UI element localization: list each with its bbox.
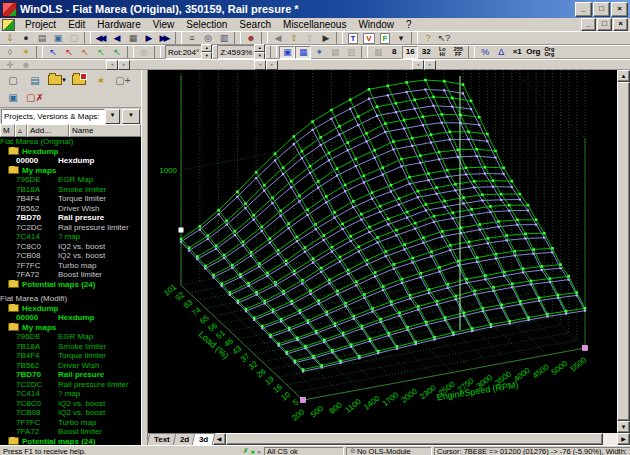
bomb-icon[interactable]: ● bbox=[18, 32, 34, 45]
rotation-spinner-up-icon[interactable]: ▲ bbox=[201, 44, 212, 52]
menu-miscellaneous[interactable]: Miscellaneous bbox=[277, 18, 352, 31]
value-view-icon[interactable]: V bbox=[361, 32, 377, 45]
map-row-7B4F4[interactable]: 7B4F4Torque limiter bbox=[0, 351, 141, 361]
folder-row-hexdump[interactable]: Hexdump bbox=[0, 147, 141, 157]
pencil-icon[interactable]: ✶ bbox=[18, 46, 34, 59]
magnifier-icon[interactable]: ◎ bbox=[136, 46, 152, 59]
folder-row-potential-maps--24-[interactable]: Potential maps (24) bbox=[0, 280, 141, 290]
3d-map-view[interactable]: 1019283746556514643373226191610520050080… bbox=[148, 70, 617, 433]
menu-help[interactable]: ? bbox=[400, 18, 418, 31]
horizontal-scrollbar-thumb[interactable] bbox=[226, 433, 603, 445]
restore-button[interactable]: □ bbox=[593, 2, 610, 17]
map-row-7F7FC[interactable]: 7F7FCTurbo map bbox=[0, 418, 141, 428]
import-project-icon[interactable] bbox=[68, 72, 90, 89]
rotation-spinner[interactable]: Rot:204°▲▼ bbox=[165, 45, 213, 59]
text-view-icon[interactable]: T bbox=[345, 32, 361, 45]
map-row-7F7FC[interactable]: 7F7FCTurbo map bbox=[0, 261, 141, 271]
map-row-796DE[interactable]: 796DEEGR Map bbox=[0, 332, 141, 342]
map-row-7B18A[interactable]: 7B18ASmoke limiter bbox=[0, 185, 141, 195]
scroll-up-icon[interactable]: ▲ bbox=[617, 70, 630, 82]
close-map-icon[interactable]: ⇧ bbox=[302, 32, 318, 45]
map-wand-icon[interactable]: ✶ bbox=[90, 72, 112, 89]
preview-icon[interactable]: ◎ bbox=[200, 32, 216, 45]
mdi-minimize-button[interactable]: _ bbox=[581, 18, 596, 31]
close-button[interactable]: × bbox=[611, 2, 628, 17]
title-bar[interactable]: WinOLS - Fiat Marea (Original), 350159, … bbox=[0, 0, 630, 18]
cursor-equal-icon[interactable]: ↖ bbox=[45, 46, 61, 59]
cursor-accept-icon[interactable]: ↖ bbox=[93, 46, 109, 59]
project-row[interactable]: Fiat Marea (Modifi) bbox=[0, 294, 141, 304]
tree-view-icon[interactable]: ≡ bbox=[184, 32, 200, 45]
zoom-spinner[interactable]: Z:4593%▲▼ bbox=[217, 45, 266, 59]
table-sum-icon[interactable]: ▥ bbox=[343, 46, 359, 59]
scroll-down-icon[interactable]: ▼ bbox=[617, 421, 630, 433]
cursor-compare-icon[interactable]: ↖ bbox=[77, 46, 93, 59]
last-version-icon[interactable]: ▶▶ bbox=[157, 32, 173, 45]
open-map-icon[interactable]: ⇧ bbox=[286, 32, 302, 45]
print-icon[interactable]: ▤ bbox=[34, 32, 50, 45]
delta-icon[interactable]: Δ bbox=[493, 46, 509, 59]
axis-spinner-1[interactable]: ◂▸ bbox=[106, 60, 130, 70]
column-header-name[interactable]: Name bbox=[69, 124, 141, 137]
column-header-m[interactable]: M bbox=[0, 124, 15, 137]
table-edit-icon[interactable]: ▦ bbox=[327, 46, 343, 59]
import-icon[interactable]: ⇩ bbox=[2, 32, 18, 45]
percent-icon[interactable]: % bbox=[477, 46, 493, 59]
version-grid-icon[interactable]: ▦ bbox=[125, 32, 141, 45]
help-icon[interactable]: ? bbox=[420, 32, 436, 45]
first-version-icon[interactable]: ◀◀ bbox=[93, 32, 109, 45]
org-button[interactable]: Org bbox=[525, 46, 541, 59]
menu-search[interactable]: Search bbox=[233, 18, 277, 31]
axis-spinner-1-arrow-icon[interactable]: ◂ bbox=[106, 60, 118, 70]
scroll-right-icon[interactable]: ▶ bbox=[617, 433, 630, 445]
new-document-icon[interactable]: ▢ bbox=[2, 72, 24, 89]
map-row-7FA72[interactable]: 7FA72Boost limiter bbox=[0, 270, 141, 280]
sort-order-icon[interactable]: ▵ bbox=[15, 124, 27, 137]
lohi-button[interactable]: LoHi bbox=[434, 46, 450, 59]
properties-icon[interactable]: ▣ bbox=[50, 32, 66, 45]
axis-spinner-3[interactable]: ◂▸ bbox=[412, 60, 436, 70]
windows-cascade-icon[interactable]: ▥ bbox=[216, 32, 232, 45]
mdi-close-button[interactable]: × bbox=[613, 18, 628, 31]
panel-view-select[interactable]: Projects, Versions & Maps: bbox=[1, 109, 105, 124]
menu-project[interactable]: Project bbox=[19, 18, 62, 31]
bits-32-button[interactable]: 32 bbox=[418, 46, 434, 59]
map-row-7B18A[interactable]: 7B18ASmoke limiter bbox=[0, 342, 141, 352]
times1-button[interactable]: ×1 bbox=[509, 46, 525, 59]
map-row-7BD70[interactable]: 7BD70Rail presure bbox=[0, 213, 141, 223]
grid-3d-icon[interactable]: ▦ bbox=[295, 46, 311, 59]
map-row-7B562[interactable]: 7B562Driver Wish bbox=[0, 361, 141, 371]
bits-16-button[interactable]: 16 bbox=[402, 46, 418, 59]
cursor-remove-icon[interactable]: ↖ bbox=[61, 46, 77, 59]
table-props-icon[interactable]: ▦ bbox=[370, 46, 386, 59]
cursor-stats-icon[interactable]: ↖ bbox=[109, 46, 125, 59]
function-view-icon[interactable]: F bbox=[377, 32, 393, 45]
bits-8-button[interactable]: 8 bbox=[386, 46, 402, 59]
view-dropdown-icon[interactable]: ▾ bbox=[393, 32, 409, 45]
axis-spinner-2[interactable]: ◂▸ bbox=[254, 60, 278, 70]
folder-row-potential-maps--24-[interactable]: Potential maps (24) bbox=[0, 437, 141, 446]
menu-window[interactable]: Window bbox=[352, 18, 400, 31]
map-row-7C414[interactable]: 7C414? map bbox=[0, 389, 141, 399]
prev-version-icon[interactable]: ◀ bbox=[109, 32, 125, 45]
map-row-7C2DC[interactable]: 7C2DCRail pressure limiter bbox=[0, 380, 141, 390]
axis-spinner-2-arrow-icon[interactable]: ◂ bbox=[254, 60, 266, 70]
window-icon[interactable]: ▢ bbox=[66, 32, 82, 45]
map-row-7C8C0[interactable]: 7C8C0IQ2 vs. boost bbox=[0, 242, 141, 252]
axis-spinner-1-arrow-icon[interactable]: ▸ bbox=[118, 60, 130, 70]
vertical-scrollbar[interactable]: ▲ ▼ bbox=[617, 70, 630, 433]
monitor-icon[interactable]: ▣ bbox=[279, 46, 295, 59]
vertical-scrollbar-thumb[interactable] bbox=[617, 82, 630, 421]
child-window-icon[interactable] bbox=[2, 19, 15, 31]
project-row[interactable]: Fiat Marea (Original) bbox=[0, 137, 141, 147]
hex-255-button[interactable]: 255FF bbox=[450, 46, 466, 59]
map-row-7CB08[interactable]: 7CB08IQ2 vs. boost bbox=[0, 408, 141, 418]
winols-app-icon[interactable] bbox=[2, 2, 17, 17]
map-row-7C2DC[interactable]: 7C2DCRail pressure limiter bbox=[0, 223, 141, 233]
tab-3d[interactable]: 3d bbox=[192, 433, 216, 445]
axis-spinner-3-arrow-icon[interactable]: ▸ bbox=[424, 60, 436, 70]
map-row-796DE[interactable]: 796DEEGR Map bbox=[0, 175, 141, 185]
delete-version-icon[interactable]: ▢✗ bbox=[24, 89, 46, 106]
mdi-restore-button[interactable]: □ bbox=[597, 18, 612, 31]
folder-row-hexdump[interactable]: Hexdump bbox=[0, 304, 141, 314]
